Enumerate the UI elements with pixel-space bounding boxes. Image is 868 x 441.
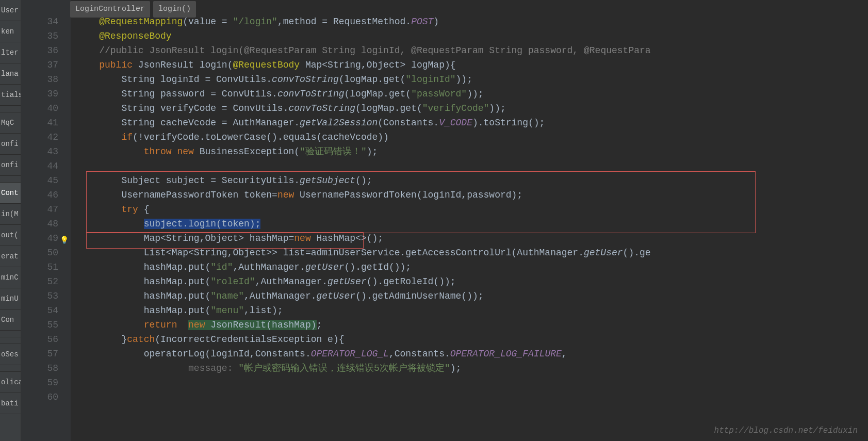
file-tab[interactable]: ken [0, 21, 21, 42]
file-tab[interactable]: lana [0, 63, 21, 85]
breadcrumb-class[interactable]: LoginController [70, 1, 150, 18]
file-tab[interactable]: minU [0, 288, 21, 309]
file-tab[interactable]: erat [0, 246, 21, 267]
line-number: 41 [21, 116, 71, 130]
file-tab[interactable]: bati [0, 393, 21, 414]
line-number: 42 [21, 130, 71, 144]
line-number: 48 [21, 217, 71, 231]
file-tab[interactable] [0, 106, 21, 112]
breadcrumb-method[interactable]: login() [153, 1, 196, 18]
file-tab[interactable] [0, 365, 21, 372]
line-number: 36 [21, 43, 71, 58]
line-number: 50 [21, 246, 71, 260]
file-tab[interactable] [0, 176, 21, 183]
file-tab[interactable]: in(M [0, 204, 21, 225]
line-number: 59 [21, 375, 71, 390]
file-tab[interactable]: minC [0, 267, 21, 288]
file-tab[interactable]: Con [0, 309, 21, 331]
line-number: 45 [21, 173, 71, 188]
line-number: 44 [21, 159, 71, 173]
comment: //public JsonResult login(@RequestParam … [99, 45, 650, 56]
breadcrumb[interactable]: LoginController login() [70, 0, 196, 19]
line-number: 52 [21, 274, 71, 289]
line-number: 35 [21, 29, 71, 43]
line-number: 53 [21, 289, 71, 303]
param-hint: message: [188, 363, 233, 373]
file-tab[interactable]: onfi [0, 134, 21, 155]
line-number: 55 [21, 318, 71, 332]
line-number: 38 [21, 72, 71, 87]
code-content[interactable]: @RequestMapping(value = "/login",method … [77, 14, 651, 375]
line-number: 40 [21, 101, 71, 116]
file-tab[interactable]: User [0, 0, 21, 21]
line-number: 43 [21, 144, 71, 159]
file-tab[interactable] [0, 331, 21, 337]
file-tab[interactable]: olica [0, 372, 21, 393]
line-number: 34 [21, 14, 71, 29]
file-tab[interactable]: tials [0, 85, 21, 106]
line-number: 60 [21, 390, 71, 404]
line-number: 51 [21, 260, 71, 274]
watermark: http://blog.csdn.net/feiduxin [714, 423, 858, 438]
file-tab[interactable]: oSes [0, 344, 21, 365]
line-number: 37 [21, 58, 71, 72]
file-tab[interactable]: lter [0, 42, 21, 63]
file-tabs-sidebar[interactable]: UserkenlterlanatialsMqConfionfiContin(Mo… [0, 0, 21, 441]
file-tab[interactable]: out( [0, 225, 21, 246]
annotation: @ResponseBody [99, 31, 171, 41]
line-number: 58 [21, 361, 71, 375]
intention-bulb-icon[interactable]: 💡 [60, 233, 69, 248]
line-number: 54 [21, 303, 71, 318]
line-gutter: 3435363738394041424344454647484950515253… [21, 0, 71, 441]
file-tab[interactable]: onfi [0, 155, 21, 176]
line-number: 39 [21, 87, 71, 101]
line-number: 57 [21, 347, 71, 361]
file-tab[interactable]: Cont [0, 183, 21, 204]
selected-text[interactable]: subject.login(token); [144, 219, 261, 229]
line-number: 46 [21, 188, 71, 202]
editor-root: UserkenlterlanatialsMqConfionfiContin(Mo… [0, 0, 868, 441]
line-number: 56 [21, 332, 71, 347]
code-area[interactable]: @RequestMapping(value = "/login",method … [71, 0, 868, 441]
file-tab[interactable]: MqC [0, 112, 21, 134]
line-number: 47 [21, 202, 71, 217]
file-tab[interactable] [0, 337, 21, 344]
